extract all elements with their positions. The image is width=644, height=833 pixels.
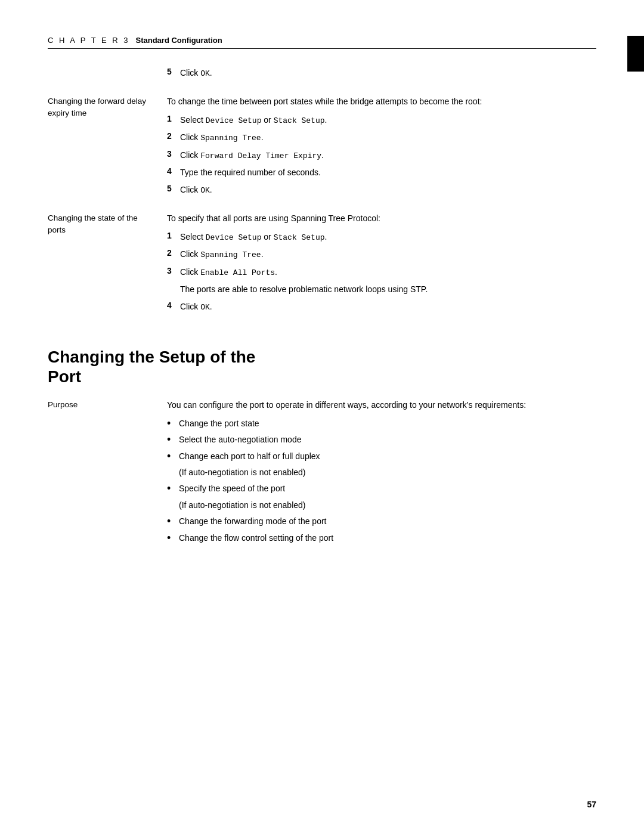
bullet-6: • Change the flow control setting of the… [167, 532, 596, 545]
port-state-row: Changing the state of the ports To speci… [48, 212, 596, 318]
ps-step-number-1: 1 [167, 231, 180, 240]
forward-delay-row: Changing the forward delay expiry time T… [48, 95, 596, 202]
side-label-forward-delay: Changing the forward delay expiry time [48, 95, 167, 120]
code-stack-setup-2: Stack Setup [274, 233, 325, 242]
section-step5-row: 5 Click OK. [48, 67, 596, 85]
bullet-1: • Change the port state [167, 417, 596, 431]
bullet-indent-1: (If auto-negotiation is not enabled) [179, 466, 596, 479]
section-heading: Changing the Setup of the Port [48, 347, 596, 387]
page-number: 57 [587, 800, 596, 809]
bullet-text-6: Change the flow control setting of the p… [179, 532, 333, 544]
ps-step-text-2: Click Spanning Tree. [180, 248, 596, 261]
bullet-3: • Change each port to half or full duple… [167, 450, 596, 463]
ps-step-text-1: Select Device Setup or Stack Setup. [180, 231, 596, 244]
fd-step-2: 2 Click Spanning Tree. [167, 131, 596, 144]
side-label-port-state: Changing the state of the ports [48, 212, 167, 237]
step-5a: 5 Click OK. [167, 67, 596, 80]
port-state-intro: To specify that all ports are using Span… [167, 212, 596, 225]
bullet-5: • Change the forwarding mode of the port [167, 515, 596, 528]
ps-step-3-container: 3 Click Enable All Ports. The ports are … [167, 266, 596, 296]
purpose-intro: You can configure the port to operate in… [167, 399, 596, 411]
page: C H A P T E R 3 Standard Configuration 5… [0, 0, 644, 833]
bullet-indent-2: (If auto-negotiation is not enabled) [179, 499, 596, 512]
fd-step-number-5: 5 [167, 184, 180, 193]
bullet-dot-1: • [167, 417, 179, 431]
bullet-text-4: Specify the speed of the port [179, 482, 285, 495]
fd-step-number-2: 2 [167, 131, 180, 141]
code-forward-delay-timer: Forward Delay Timer Expiry [200, 151, 321, 160]
bullet-text-1: Change the port state [179, 417, 259, 430]
step-text-5a: Click OK. [180, 67, 596, 80]
ps-step-4: 4 Click OK. [167, 301, 596, 314]
bullet-dot-4: • [167, 482, 179, 496]
fd-step-3: 3 Click Forward Delay Timer Expiry. [167, 149, 596, 162]
purpose-bullet-list: • Change the port state • Select the aut… [167, 417, 596, 545]
ps-step-text-4: Click OK. [180, 301, 596, 314]
ps-step-2: 2 Click Spanning Tree. [167, 248, 596, 261]
fd-step-text-2: Click Spanning Tree. [180, 131, 596, 144]
fd-step-number-4: 4 [167, 166, 180, 176]
forward-delay-intro: To change the time between port states w… [167, 95, 596, 108]
fd-step-text-5: Click OK. [180, 184, 596, 197]
forward-delay-content: To change the time between port states w… [167, 95, 596, 202]
bullet-dot-5: • [167, 515, 179, 528]
bullet-dot-3: • [167, 450, 179, 463]
ps-step-number-4: 4 [167, 301, 180, 310]
code-spanning-tree-2: Spanning Tree [200, 250, 261, 259]
ps-step-3-sub: The ports are able to resolve problemati… [180, 283, 596, 296]
code-ok-2: OK [200, 186, 210, 195]
code-ok-3: OK [200, 303, 210, 312]
step-number-5a: 5 [167, 67, 180, 76]
chapter-tab [627, 36, 644, 72]
side-label-purpose: Purpose [48, 399, 167, 411]
ps-step-text-3: Click Enable All Ports. [180, 266, 596, 279]
bullet-text-3: Change each port to half or full duplex [179, 450, 320, 463]
code-spanning-tree-1: Spanning Tree [200, 134, 261, 143]
chapter-header: C H A P T E R 3 Standard Configuration [48, 36, 596, 49]
code-stack-setup-1: Stack Setup [274, 116, 325, 125]
fd-step-text-3: Click Forward Delay Timer Expiry. [180, 149, 596, 162]
ps-step-1: 1 Select Device Setup or Stack Setup. [167, 231, 596, 244]
bullet-2: • Select the auto-negotiation mode [167, 433, 596, 447]
content-area: 5 Click OK. Changing the forward delay e… [48, 67, 596, 559]
fd-step-1: 1 Select Device Setup or Stack Setup. [167, 114, 596, 127]
code-enable-all-ports: Enable All Ports [200, 268, 275, 277]
code-ok-1: OK [200, 69, 210, 78]
chapter-title: Standard Configuration [136, 36, 222, 45]
ps-step-number-2: 2 [167, 248, 180, 258]
bullet-4: • Specify the speed of the port [167, 482, 596, 496]
ps-step-3: 3 Click Enable All Ports. [167, 266, 596, 279]
bullet-dot-2: • [167, 433, 179, 447]
ps-step-number-3: 3 [167, 266, 180, 275]
fd-step-5: 5 Click OK. [167, 184, 596, 197]
code-device-setup-1: Device Setup [206, 116, 262, 125]
code-device-setup-2: Device Setup [206, 233, 262, 242]
fd-step-text-4: Type the required number of seconds. [180, 166, 596, 179]
purpose-row: Purpose You can configure the port to op… [48, 399, 596, 549]
chapter-label: C H A P T E R 3 [48, 36, 130, 45]
bullet-text-5: Change the forwarding mode of the port [179, 515, 327, 528]
bullet-text-2: Select the auto-negotiation mode [179, 433, 301, 446]
fd-step-text-1: Select Device Setup or Stack Setup. [180, 114, 596, 127]
fd-step-number-3: 3 [167, 149, 180, 159]
fd-step-4: 4 Type the required number of seconds. [167, 166, 596, 179]
purpose-content: You can configure the port to operate in… [167, 399, 596, 549]
port-state-content: To specify that all ports are using Span… [167, 212, 596, 318]
bullet-dot-6: • [167, 532, 179, 545]
step5-content: 5 Click OK. [167, 67, 596, 85]
fd-step-number-1: 1 [167, 114, 180, 123]
